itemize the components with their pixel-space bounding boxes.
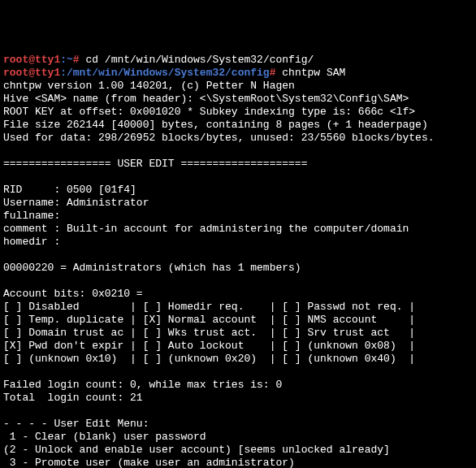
prompt-user: root@tty1	[3, 54, 60, 66]
output-line: homedir :	[3, 236, 60, 248]
output-line: [ ] Disabled | [ ] Homedir req. | [ ] Pa…	[3, 301, 415, 313]
prompt-path: :~	[60, 54, 73, 66]
output-line: RID : 0500 [01f4]	[3, 184, 136, 196]
output-line: [ ] (unknown 0x10) | [ ] (unknown 0x20) …	[3, 353, 415, 365]
terminal[interactable]: root@tty1:~# cd /mnt/win/Windows/System3…	[3, 54, 473, 468]
output-line: chntpw version 1.00 140201, (c) Petter N…	[3, 80, 295, 92]
output-line: 00000220 = Administrators (which has 1 m…	[3, 262, 301, 274]
prompt-hash: #	[73, 54, 80, 66]
command: cd /mnt/win/Windows/System32/config/	[80, 54, 314, 66]
output-line: [ ] Temp. duplicate | [X] Normal account…	[3, 314, 415, 326]
output-line: Failed login count: 0, while max tries i…	[3, 379, 282, 391]
output-line: Total login count: 21	[3, 392, 143, 404]
output-line: Hive <SAM> name (from header): <\SystemR…	[3, 93, 409, 105]
output-line: Account bits: 0x0210 =	[3, 288, 143, 300]
output-line: ROOT KEY at offset: 0x001020 * Subkey in…	[3, 106, 415, 118]
menu-option: (2 - Unlock and enable user account) [se…	[3, 444, 390, 456]
menu-option: 3 - Promote user (make user an administr…	[3, 457, 295, 468]
command: chntpw SAM	[275, 67, 345, 79]
prompt-path: :/mnt/win/Windows/System32/config	[60, 67, 269, 79]
output-line: [X] Pwd don't expir | [ ] Auto lockout |…	[3, 340, 415, 352]
output-line: ================= USER EDIT ============…	[3, 158, 307, 170]
output-line: - - - - User Edit Menu:	[3, 418, 149, 430]
output-line: Used for data: 298/26952 blocks/bytes, u…	[3, 132, 435, 144]
output-line: File size 262144 [40000] bytes, containi…	[3, 119, 428, 131]
output-line: Username: Administrator	[3, 197, 149, 209]
output-line: fullname:	[3, 210, 60, 222]
output-line: [ ] Domain trust ac | [ ] Wks trust act.…	[3, 327, 415, 339]
output-line: comment : Built-in account for administe…	[3, 223, 409, 235]
menu-option: 1 - Clear (blank) user password	[3, 431, 206, 443]
prompt-user: root@tty1	[3, 67, 60, 79]
